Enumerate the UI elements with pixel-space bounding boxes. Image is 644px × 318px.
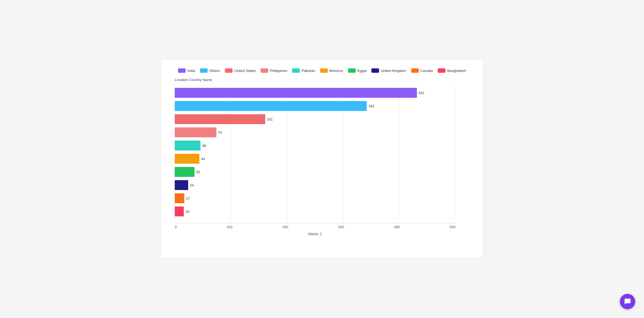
bar-row: 35: [175, 166, 456, 178]
bar-value-label: 24: [190, 183, 194, 187]
legend-swatch: [225, 68, 233, 73]
x-tick: 0: [175, 225, 177, 229]
legend-swatch: [178, 68, 186, 73]
bar-value-label: 342: [368, 104, 374, 108]
bar-value-label: 74: [218, 130, 222, 135]
x-axis-title: Metric 1: [175, 232, 456, 236]
bar-others: [175, 101, 367, 111]
grid-line: [456, 84, 456, 221]
bar-row: 44: [175, 153, 456, 165]
legend-swatch: [411, 68, 419, 73]
bar-united-kingdom: [175, 180, 188, 190]
y-axis-title: Location Country Name: [172, 78, 472, 82]
x-tick: 400: [394, 225, 400, 229]
legend-label: India: [187, 69, 195, 73]
legend-item-others: Others: [200, 68, 220, 73]
legend-swatch: [348, 68, 356, 73]
x-tick: 300: [338, 225, 344, 229]
bar-row: 17: [175, 192, 456, 204]
legend-label: Philippines: [270, 69, 287, 73]
legend-label: Canada: [420, 69, 433, 73]
legend-item-canada: Canada: [411, 68, 433, 73]
chat-button[interactable]: [620, 294, 635, 309]
legend-item-united-states: United States: [225, 68, 256, 73]
bar-india: [175, 88, 417, 98]
bar-egypt: [175, 167, 194, 177]
legend-swatch: [320, 68, 328, 73]
x-tick: 100: [227, 225, 233, 229]
bar-morocco: [175, 154, 199, 164]
chart-legend: India Others United States Philippines P…: [172, 68, 472, 73]
legend-label: Pakistan: [301, 69, 315, 73]
bar-value-label: 17: [186, 196, 190, 200]
bar-united-states: [175, 114, 265, 124]
bar-value-label: 35: [196, 170, 200, 174]
bar-bangladesh: [175, 207, 184, 216]
bar-value-label: 44: [201, 157, 205, 161]
chart-plot: 431 342 161 74 46 44 35 24 17 16: [175, 84, 456, 221]
legend-label: Morocco: [329, 69, 343, 73]
x-tick: 500: [450, 225, 456, 229]
bar-row: 161: [175, 113, 456, 125]
legend-item-pakistan: Pakistan: [292, 68, 315, 73]
bar-pakistan: [175, 141, 200, 150]
legend-item-egypt: Egypt: [348, 68, 366, 73]
legend-label: Others: [209, 69, 220, 73]
legend-swatch: [438, 68, 445, 73]
bar-row: 342: [175, 100, 456, 112]
bar-value-label: 46: [202, 144, 206, 148]
legend-swatch: [261, 68, 268, 73]
bar-value-label: 161: [267, 117, 273, 121]
legend-swatch: [200, 68, 208, 73]
legend-label: Egypt: [357, 69, 366, 73]
bar-canada: [175, 193, 184, 203]
x-tick: 200: [282, 225, 288, 229]
legend-label: Bangladesh: [447, 69, 466, 73]
legend-item-morocco: Morocco: [320, 68, 343, 73]
chart-container: India Others United States Philippines P…: [161, 60, 483, 258]
bar-row: 74: [175, 126, 456, 138]
bar-row: 16: [175, 205, 456, 217]
bar-row: 46: [175, 140, 456, 152]
bar-value-label: 431: [419, 91, 425, 95]
bar-philippines: [175, 127, 216, 137]
legend-swatch: [371, 68, 379, 73]
legend-item-india: India: [178, 68, 195, 73]
bar-value-label: 16: [185, 210, 189, 214]
legend-label: United Kingdom: [381, 69, 406, 73]
bar-row: 24: [175, 179, 456, 191]
bar-row: 431: [175, 87, 456, 99]
chat-icon: [624, 298, 631, 305]
legend-label: United States: [234, 69, 256, 73]
legend-item-bangladesh: Bangladesh: [438, 68, 466, 73]
legend-swatch: [292, 68, 300, 73]
legend-item-philippines: Philippines: [261, 68, 287, 73]
chart-area: 431 342 161 74 46 44 35 24 17 16 0100200…: [172, 84, 472, 236]
legend-item-united-kingdom: United Kingdom: [371, 68, 406, 73]
